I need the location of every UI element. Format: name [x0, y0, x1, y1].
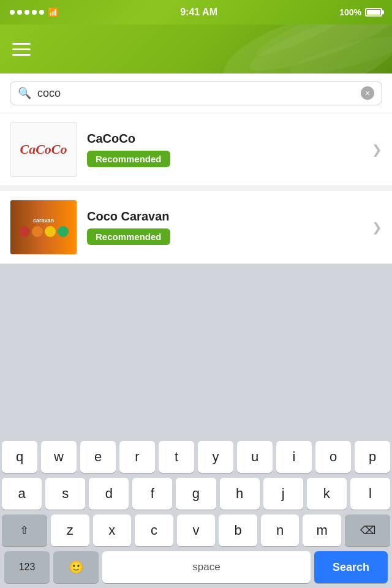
key-d[interactable]: d — [89, 478, 129, 510]
key-t[interactable]: t — [159, 441, 194, 473]
key-p[interactable]: p — [355, 441, 390, 473]
search-box: 🔍 × — [10, 81, 382, 105]
key-q[interactable]: q — [2, 441, 37, 473]
clear-button[interactable]: × — [361, 86, 374, 100]
key-e[interactable]: e — [80, 441, 116, 473]
result-name: CaCoCo — [87, 132, 360, 146]
key-w[interactable]: w — [41, 441, 77, 473]
delete-key[interactable]: ⌫ — [345, 514, 390, 546]
result-thumbnail: caravan — [10, 200, 77, 255]
space-key[interactable]: space — [102, 551, 311, 583]
keyboard-row-2: a s d f g h j k l — [2, 478, 390, 510]
signal-dots — [10, 10, 44, 15]
key-y[interactable]: y — [198, 441, 233, 473]
status-left: 📶 — [10, 7, 58, 17]
keyboard-row-3: ⇧ z x c v b n m ⌫ — [2, 514, 390, 546]
key-b[interactable]: b — [219, 514, 257, 546]
key-u[interactable]: u — [237, 441, 273, 473]
leaf-decoration — [208, 24, 392, 74]
recommended-badge: Recommended — [87, 228, 170, 245]
hamburger-line-1 — [12, 43, 31, 45]
key-n[interactable]: n — [261, 514, 300, 546]
key-g[interactable]: g — [176, 478, 216, 510]
recommended-badge: Recommended — [87, 151, 170, 167]
wifi-icon: 📶 — [48, 7, 58, 17]
header — [0, 24, 392, 74]
numbers-key[interactable]: 123 — [4, 551, 50, 583]
key-s[interactable]: s — [45, 478, 85, 510]
svg-point-2 — [253, 24, 360, 62]
emoji-key[interactable]: 🙂 — [53, 551, 99, 583]
header-decoration — [208, 24, 392, 74]
hamburger-line-3 — [12, 54, 31, 56]
search-key[interactable]: Search — [314, 551, 388, 583]
cacoco-logo: CaCoCo — [20, 141, 67, 157]
result-info: CaCoCo Recommended — [87, 132, 360, 167]
search-container: 🔍 × — [0, 74, 392, 113]
result-thumbnail: CaCoCo — [10, 122, 77, 177]
svg-point-0 — [244, 24, 392, 74]
menu-button[interactable] — [12, 36, 39, 62]
result-item[interactable]: caravan Coco Caravan Recommended ❯ — [0, 191, 392, 264]
result-name: Coco Caravan — [87, 209, 360, 224]
caravan-logo: caravan — [10, 200, 77, 254]
search-input[interactable] — [37, 87, 355, 100]
status-bar: 📶 9:41 AM 100% — [0, 0, 392, 24]
keyboard-row-4: 123 🙂 space Search — [2, 551, 390, 583]
chevron-right-icon: ❯ — [372, 220, 382, 235]
keyboard-row-1: q w e r t y u i o p — [2, 441, 390, 473]
chevron-right-icon: ❯ — [372, 142, 382, 157]
status-right: 100% — [339, 7, 382, 17]
key-a[interactable]: a — [2, 478, 42, 510]
status-time: 9:41 AM — [180, 7, 217, 18]
key-f[interactable]: f — [132, 478, 172, 510]
key-x[interactable]: x — [93, 514, 132, 546]
hamburger-line-2 — [12, 48, 31, 50]
key-r[interactable]: r — [119, 441, 155, 473]
battery-percent: 100% — [339, 7, 361, 17]
svg-point-1 — [287, 29, 392, 74]
key-m[interactable]: m — [303, 514, 341, 546]
key-o[interactable]: o — [315, 441, 351, 473]
result-item[interactable]: CaCoCo CaCoCo Recommended ❯ — [0, 113, 392, 186]
battery-icon — [365, 8, 382, 17]
key-c[interactable]: c — [135, 514, 173, 546]
key-h[interactable]: h — [220, 478, 260, 510]
key-i[interactable]: i — [276, 441, 312, 473]
key-l[interactable]: l — [350, 478, 390, 510]
search-icon: 🔍 — [18, 86, 31, 100]
keyboard: q w e r t y u i o p a s d f g h j k l ⇧ … — [0, 436, 392, 588]
result-info: Coco Caravan Recommended — [87, 209, 360, 245]
key-j[interactable]: j — [263, 478, 303, 510]
key-z[interactable]: z — [51, 514, 89, 546]
shift-key[interactable]: ⇧ — [2, 514, 47, 546]
key-k[interactable]: k — [307, 478, 347, 510]
key-v[interactable]: v — [177, 514, 216, 546]
results-container: CaCoCo CaCoCo Recommended ❯ caravan Coco… — [0, 113, 392, 264]
